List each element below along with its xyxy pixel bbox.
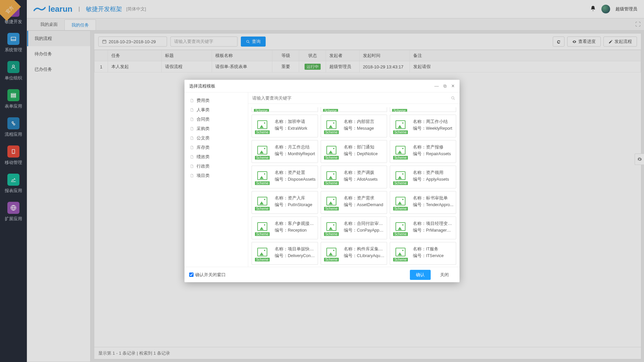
scheme-icon — [257, 197, 267, 205]
template-card[interactable]: Scheme名称：加班申请编号：ExtraWork — [252, 115, 318, 137]
modal-title: 选择流程模板 — [189, 83, 215, 89]
scheme-icon — [326, 197, 336, 205]
search-icon — [451, 96, 455, 101]
category-item[interactable]: 采购类 — [189, 124, 243, 133]
template-card[interactable]: Scheme名称：资产处置编号：DisposeAssets — [252, 166, 318, 188]
svg-point-2 — [451, 97, 454, 99]
category-item[interactable]: 库存类 — [189, 143, 243, 152]
modal-search[interactable] — [248, 93, 460, 104]
file-icon — [190, 174, 194, 178]
template-card[interactable]: Scheme名称：资产调拨编号：AllotAssets — [321, 166, 387, 188]
scheme-icon — [326, 248, 336, 256]
category-item[interactable]: 绩效类 — [189, 152, 243, 162]
category-item[interactable]: 行政类 — [189, 162, 243, 171]
template-card[interactable]: Scheme名称：项目经理变更...编号：PrManagerCh... — [390, 217, 456, 239]
template-card-peek: Scheme — [252, 107, 318, 112]
template-card-grid: SchemeSchemeSchemeScheme名称：加班申请编号：ExtraW… — [248, 104, 460, 267]
template-card[interactable]: Scheme名称：资产入库编号：PutInStorage — [252, 191, 318, 214]
modal-header: 选择流程模板 — ⧉ ✕ — [184, 80, 460, 93]
close-on-ok-checkbox[interactable]: 确认并关闭窗口 — [189, 272, 226, 278]
scheme-icon — [326, 222, 336, 231]
cancel-button[interactable]: 关闭 — [434, 270, 455, 280]
scheme-icon — [326, 171, 336, 180]
scheme-icon — [257, 222, 267, 231]
template-card[interactable]: Scheme名称：部门通知编号：DeptNotice — [321, 140, 387, 163]
template-card[interactable]: Scheme名称：资产领用编号：ApplyAssets — [390, 166, 456, 188]
template-card-peek: Scheme — [321, 107, 387, 112]
modal-overlay: 选择流程模板 — ⧉ ✕ 费用类人事类合同类采购类公文类库存类绩效类行政类项目类… — [0, 0, 644, 362]
scheme-icon — [257, 120, 267, 129]
close-icon[interactable]: ✕ — [451, 83, 455, 89]
template-card-peek: Scheme — [390, 107, 456, 112]
scheme-icon — [257, 248, 267, 256]
scheme-icon — [257, 146, 267, 155]
modal-search-input[interactable] — [252, 96, 451, 101]
scheme-icon — [395, 197, 406, 205]
modal-footer: 确认并关闭窗口 确认 关闭 — [184, 267, 460, 282]
template-card[interactable]: Scheme名称：月工作总结编号：MonthlyReport — [252, 140, 318, 163]
category-item[interactable]: 人事类 — [189, 105, 243, 115]
scheme-icon — [326, 120, 336, 129]
scheme-icon — [257, 171, 267, 180]
file-icon — [190, 117, 194, 121]
file-icon — [190, 155, 194, 159]
category-item[interactable]: 公文类 — [189, 133, 243, 143]
scheme-icon — [395, 171, 406, 180]
category-item[interactable]: 费用类 — [189, 96, 243, 105]
scheme-icon — [326, 146, 336, 155]
scheme-icon — [395, 248, 406, 256]
template-card[interactable]: Scheme名称：资产报修编号：RepairAssets — [390, 140, 456, 163]
template-card[interactable]: Scheme名称：标书审批单编号：TenderAppro... — [390, 191, 456, 214]
ok-button[interactable]: 确认 — [410, 270, 431, 280]
category-list: 费用类人事类合同类采购类公文类库存类绩效类行政类项目类 — [184, 93, 248, 267]
maximize-icon[interactable]: ⧉ — [443, 83, 446, 89]
template-card[interactable]: Scheme名称：周工作小结编号：WeeklyReport — [390, 115, 456, 137]
file-icon — [190, 108, 194, 112]
file-icon — [190, 136, 194, 140]
template-card[interactable]: Scheme名称：IT服务编号：ITService — [390, 242, 456, 265]
category-item[interactable]: 合同类 — [189, 115, 243, 124]
scheme-icon — [395, 146, 406, 155]
scheme-icon — [395, 120, 406, 129]
file-icon — [190, 145, 194, 149]
template-card[interactable]: Scheme名称：内部留言编号：Message — [321, 115, 387, 137]
minimize-icon[interactable]: — — [434, 83, 439, 89]
category-item[interactable]: 项目类 — [189, 171, 243, 180]
scheme-icon — [395, 222, 406, 231]
template-card[interactable]: Scheme名称：构件库采集流程编号：CLibraryAquis... — [321, 242, 387, 265]
template-card[interactable]: Scheme名称：客户参观接待...编号：Reception — [252, 217, 318, 239]
template-modal: 选择流程模板 — ⧉ ✕ 费用类人事类合同类采购类公文类库存类绩效类行政类项目类… — [184, 80, 460, 282]
template-card[interactable]: Scheme名称：项目单据快递...编号：DeliveryConfirm — [252, 242, 318, 265]
file-icon — [190, 127, 194, 131]
file-icon — [190, 99, 194, 103]
template-card[interactable]: Scheme名称：合同付款审批...编号：ConPayAppro... — [321, 217, 387, 239]
template-card[interactable]: Scheme名称：资产需求编号：AssetDemand — [321, 191, 387, 214]
file-icon — [190, 164, 194, 168]
